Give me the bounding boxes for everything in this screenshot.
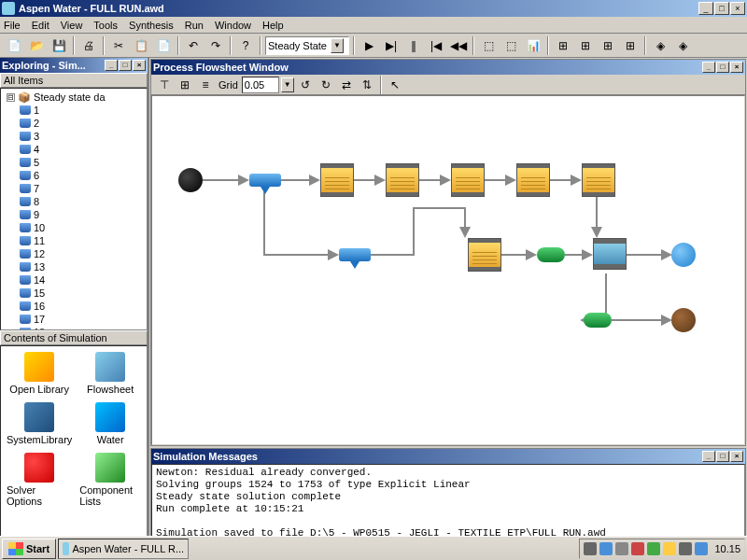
flowsheet-canvas[interactable] (151, 95, 745, 445)
fs-flip-v[interactable]: ⇅ (358, 76, 376, 94)
tank-block-1[interactable] (320, 163, 354, 197)
tray-icon[interactable] (599, 542, 613, 555)
menu-run[interactable]: Run (185, 20, 204, 31)
tree-item[interactable]: 7 (3, 182, 145, 195)
pump-block-1[interactable] (537, 247, 565, 262)
source-block[interactable] (178, 168, 203, 192)
open-button[interactable]: 📂 (26, 35, 47, 56)
pause-button[interactable]: ‖ (403, 35, 424, 56)
mixer-block-1[interactable] (249, 174, 281, 187)
step-button[interactable]: ▶| (381, 35, 402, 56)
tree-item[interactable]: 9 (3, 208, 145, 221)
mode-dropdown[interactable]: Steady State ▼ (265, 36, 349, 55)
tray-icon[interactable] (584, 542, 597, 555)
sink-water[interactable] (671, 243, 696, 267)
tree-item[interactable]: 2 (3, 117, 145, 130)
extra-1[interactable]: ◈ (650, 35, 670, 56)
redo-button[interactable]: ↷ (205, 35, 226, 56)
explorer-close[interactable]: × (133, 60, 146, 71)
tool-2[interactable]: ⬚ (500, 35, 521, 56)
pointer-tool[interactable]: ↖ (386, 76, 404, 94)
view-4[interactable]: ⊞ (620, 35, 641, 56)
tray-icon[interactable] (647, 542, 660, 555)
contents-open-library[interactable]: Open Library (5, 350, 74, 397)
chevron-down-icon[interactable]: ▼ (281, 77, 294, 92)
tree-item[interactable]: 13 (3, 260, 145, 273)
contents-water[interactable]: Water (78, 400, 143, 447)
reset-button[interactable]: ◀◀ (448, 35, 469, 56)
tree-item[interactable]: 15 (3, 287, 145, 300)
pump-block-2[interactable] (584, 313, 612, 328)
explorer-tree[interactable]: ⊟📦 Steady state da1234567891011121314151… (0, 88, 148, 330)
help-button[interactable]: ? (235, 35, 256, 56)
fs-tool-1[interactable]: ⊤ (155, 76, 174, 94)
tree-item[interactable]: 14 (3, 273, 145, 287)
flowsheet-minimize[interactable]: _ (702, 62, 715, 73)
chart-button[interactable]: 📊 (523, 35, 543, 56)
explorer-maximize[interactable]: □ (119, 60, 132, 71)
tool-1[interactable]: ⬚ (478, 35, 499, 56)
tray-icon[interactable] (679, 542, 692, 555)
tray-icon[interactable] (631, 542, 644, 555)
tree-item[interactable]: 8 (3, 195, 145, 208)
tree-item[interactable]: 4 (3, 143, 145, 156)
tank-block-2[interactable] (386, 163, 419, 197)
maximize-button[interactable]: □ (714, 2, 729, 15)
close-button[interactable]: × (730, 2, 745, 15)
mbr-block[interactable] (593, 238, 627, 270)
paste-button[interactable]: 📄 (153, 35, 174, 56)
menu-synthesis[interactable]: Synthesis (129, 20, 174, 31)
run-button[interactable]: ▶ (359, 35, 379, 56)
tank-block-5[interactable] (582, 163, 615, 197)
tray-icon[interactable] (663, 542, 676, 555)
tree-item[interactable]: 11 (3, 234, 145, 247)
menu-edit[interactable]: Edit (32, 20, 49, 31)
fs-rotate-l[interactable]: ↺ (296, 76, 315, 94)
tree-item[interactable]: 3 (3, 130, 145, 143)
view-3[interactable]: ⊞ (598, 35, 618, 56)
menu-tools[interactable]: Tools (93, 20, 118, 31)
extra-2[interactable]: ◈ (672, 35, 693, 56)
tank-block-4[interactable] (516, 163, 550, 197)
undo-button[interactable]: ↶ (183, 35, 204, 56)
tree-item[interactable]: 10 (3, 221, 145, 234)
fs-grid-tool[interactable]: ⊞ (176, 76, 194, 94)
flowsheet-maximize[interactable]: □ (716, 62, 729, 73)
menu-view[interactable]: View (61, 20, 83, 31)
tank-block-6[interactable] (468, 238, 501, 272)
tree-item[interactable]: 17 (3, 313, 145, 326)
menu-help[interactable]: Help (262, 20, 284, 31)
print-button[interactable]: 🖨 (78, 35, 99, 56)
tree-root[interactable]: ⊟📦 Steady state da (3, 91, 145, 104)
contents-systemlibrary[interactable]: SystemLibrary (5, 400, 74, 447)
msg-minimize[interactable]: _ (702, 451, 715, 462)
grid-input[interactable] (242, 77, 279, 93)
tray-icon[interactable] (615, 542, 628, 555)
msg-maximize[interactable]: □ (716, 451, 729, 462)
view-2[interactable]: ⊞ (575, 35, 596, 56)
menu-file[interactable]: File (4, 20, 21, 31)
start-button[interactable]: Start (2, 539, 56, 559)
save-button[interactable]: 💾 (49, 35, 69, 56)
fs-align-tool[interactable]: ≡ (196, 76, 215, 94)
sim-msg-text[interactable]: Newton: Residual already converged. Solv… (151, 464, 745, 540)
sink-waste[interactable] (671, 308, 696, 332)
cut-button[interactable]: ✂ (108, 35, 129, 56)
tree-item[interactable]: 1 (3, 104, 145, 117)
tree-item[interactable]: 5 (3, 156, 145, 169)
explorer-minimize[interactable]: _ (105, 60, 118, 71)
menu-window[interactable]: Window (215, 20, 251, 31)
tank-block-3[interactable] (451, 163, 485, 197)
fs-flip-h[interactable]: ⇄ (337, 76, 356, 94)
contents-solver-options[interactable]: Solver Options (5, 451, 74, 509)
fs-rotate-r[interactable]: ↻ (317, 76, 335, 94)
rewind-button[interactable]: |◀ (426, 35, 446, 56)
taskbar-app-button[interactable]: Aspen Water - FULL R... (58, 539, 189, 559)
view-1[interactable]: ⊞ (553, 35, 573, 56)
mixer-block-2[interactable] (339, 248, 371, 261)
flowsheet-close[interactable]: × (730, 62, 743, 73)
new-button[interactable]: 📄 (4, 35, 24, 56)
tree-item[interactable]: 16 (3, 300, 145, 313)
tree-item[interactable]: 6 (3, 169, 145, 182)
copy-button[interactable]: 📋 (131, 35, 151, 56)
